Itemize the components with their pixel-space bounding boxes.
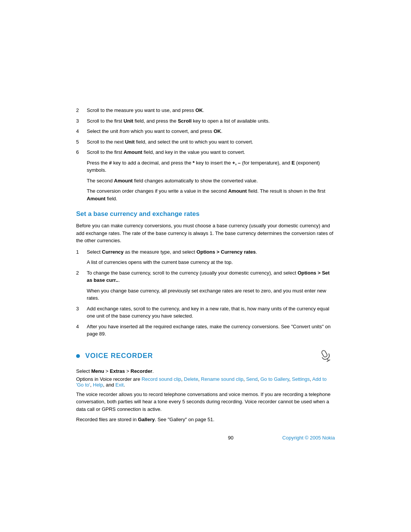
link-rename[interactable]: Rename sound clip [201, 376, 243, 382]
currency-sub-1: A list of currencies opens with the curr… [87, 259, 335, 266]
item-2-text: Scroll to the measure you want to use, a… [87, 107, 335, 114]
bullet-icon [76, 354, 80, 358]
currency-item-4-text: After you have inserted all the required… [87, 323, 335, 338]
section-heading-currency: Set a base currency and exchange rates [76, 210, 335, 218]
item-5-text: Scroll to the next Unit field, and selec… [87, 138, 335, 146]
currency-sub-2: When you change base currency, all previ… [87, 287, 335, 302]
link-delete[interactable]: Delete [184, 376, 198, 382]
voice-select-menu: Select Menu > Extras > Recorder. [76, 368, 335, 374]
gallery-bold: Gallery [138, 417, 155, 422]
link-gallery[interactable]: Go to Gallery [260, 376, 289, 382]
menu-bold: Menu [91, 368, 104, 374]
hash-bold: # [109, 160, 112, 166]
options-and: , and [103, 382, 116, 388]
recorder-bold: Recorder [131, 368, 152, 374]
extras-bold: Extras [110, 368, 125, 374]
link-exit[interactable]: Exit [115, 382, 124, 388]
currency-item-number-4: 4 [76, 323, 87, 338]
footer-copyright: Copyright © 2005 Nokia [282, 435, 335, 441]
currency-bold1: Currency [102, 249, 124, 255]
item-4-bold1: OK [213, 128, 221, 134]
sub-para-hash: Press the # key to add a decimal, and pr… [87, 159, 335, 174]
currency-bold2: Options > Currency rates [196, 249, 256, 255]
currency-item-3: 3 Add exchange rates, scroll to the curr… [76, 305, 335, 320]
voice-body-para-2: Recorded files are stored in Gallery. Se… [76, 416, 335, 423]
link-record[interactable]: Record sound clip [142, 376, 181, 382]
page-footer: 90 Copyright © 2005 Nokia [76, 435, 335, 441]
list-item-6: 6 Scroll to the first Amount field, and … [76, 149, 335, 156]
voice-body-para-1: The voice recorder allows you to record … [76, 391, 335, 413]
voice-heading-text: VOICE RECORDER [76, 352, 153, 360]
star-bold: * [193, 160, 194, 166]
item-2-bold1: OK [195, 107, 203, 113]
page: 2 Scroll to the measure you want to use,… [0, 0, 411, 532]
currency-item-1-text: Select Currency as the measure type, and… [87, 248, 335, 256]
item-6-text: Scroll to the first Amount field, and ke… [87, 149, 335, 156]
voice-options-line: Options in Voice recorder are Record sou… [76, 376, 335, 388]
item-4-text: Select the unit from which you want to c… [87, 128, 335, 135]
link-help[interactable]: Help [93, 382, 103, 388]
item-number-6: 6 [76, 149, 87, 156]
item-6-bold1: Amount [124, 149, 142, 155]
voice-recorder-heading: VOICE RECORDER [76, 347, 335, 365]
sub-para-conversion-order: The conversion order changes if you writ… [87, 187, 335, 202]
amount-bold-2: Amount [228, 188, 247, 194]
list-item-3: 3 Scroll to the first Unit field, and pr… [76, 117, 335, 125]
item-3-bold1: Unit [124, 118, 133, 124]
currency-item-number-1: 1 [76, 248, 87, 256]
currency-item-1: 1 Select Currency as the measure type, a… [76, 248, 335, 256]
link-settings[interactable]: Settings [292, 376, 310, 382]
list-item-5: 5 Scroll to the next Unit field, and sel… [76, 138, 335, 146]
currency-intro: Before you can make currency conversions… [76, 222, 335, 244]
amount-bold-1: Amount [114, 178, 133, 184]
amount-bold-3: Amount [87, 196, 105, 201]
svg-rect-0 [321, 350, 328, 358]
sub-para-second-amount: The second Amount field changes automati… [87, 177, 335, 185]
e-bold: E [292, 160, 295, 166]
plus-minus-bold: +, – [232, 160, 241, 166]
item-3-bold2: Scroll [178, 118, 191, 124]
item-number-2: 2 [76, 107, 87, 114]
options-mid: , [243, 376, 246, 382]
content-area: 2 Scroll to the measure you want to use,… [0, 0, 411, 463]
currency-item-number-3: 3 [76, 305, 87, 320]
microphone-icon [317, 347, 335, 365]
item-number-3: 3 [76, 117, 87, 125]
voice-heading-label: VOICE RECORDER [85, 352, 153, 360]
list-item-2: 2 Scroll to the measure you want to use,… [76, 107, 335, 114]
currency-item-number-2: 2 [76, 269, 87, 284]
currency-item-2-text: To change the base currency, scroll to t… [87, 269, 335, 284]
item-number-5: 5 [76, 138, 87, 146]
link-send[interactable]: Send [246, 376, 258, 382]
item-number-4: 4 [76, 128, 87, 135]
options-prefix: Options in Voice recorder are [76, 376, 142, 382]
item-5-bold1: Unit [125, 139, 134, 145]
page-number: 90 [179, 435, 282, 441]
currency-options-bold: Options > Set as base curr.. [87, 270, 330, 283]
currency-item-2: 2 To change the base currency, scroll to… [76, 269, 335, 284]
list-item-4: 4 Select the unit from which you want to… [76, 128, 335, 135]
currency-item-4: 4 After you have inserted all the requir… [76, 323, 335, 338]
currency-item-3-text: Add exchange rates, scroll to the curren… [87, 305, 335, 320]
item-4-italic: from [119, 128, 129, 134]
item-3-text: Scroll to the first Unit field, and pres… [87, 117, 335, 125]
